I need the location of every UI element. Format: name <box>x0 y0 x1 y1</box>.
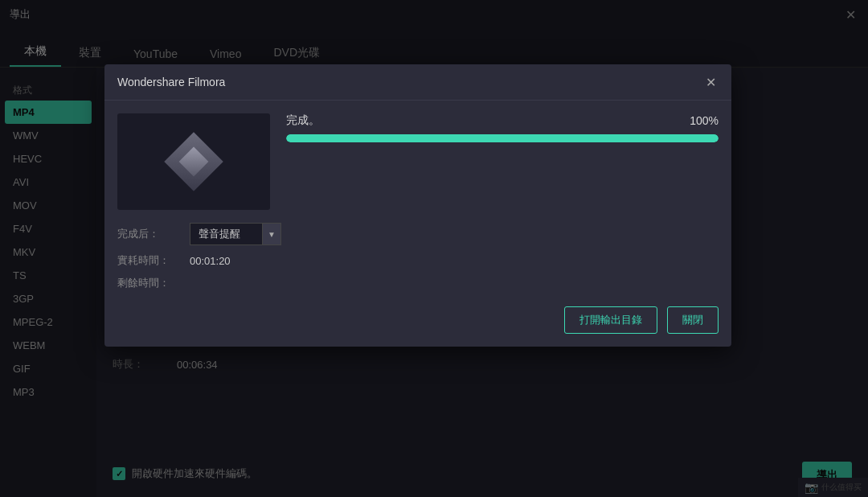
elapsed-value: 00:01:20 <box>190 255 231 267</box>
after-complete-dropdown[interactable]: 聲音提醒 ▼ <box>190 223 281 245</box>
dialog-body: 完成。 100% 完成后： 聲音提醒 ▼ <box>104 101 731 347</box>
close-dialog-button[interactable]: 關閉 <box>667 306 719 334</box>
progress-percent: 100% <box>690 114 719 127</box>
dialog-title-bar: Wondershare Filmora ✕ <box>104 64 731 101</box>
thumbnail-diamond <box>164 132 223 191</box>
open-directory-button[interactable]: 打開輸出目錄 <box>564 306 657 334</box>
dialog-buttons: 打開輸出目錄 關閉 <box>117 306 719 334</box>
thumbnail-diamond-inner <box>179 147 209 177</box>
progress-section: 完成。 100% <box>286 113 719 210</box>
dialog-overlay: Wondershare Filmora ✕ <box>0 0 868 497</box>
progress-status-label: 完成。 <box>286 113 320 128</box>
progress-bar-fill <box>286 134 719 142</box>
elapsed-label: 實耗時間： <box>117 253 190 268</box>
dropdown-arrow-icon[interactable]: ▼ <box>262 223 281 245</box>
elapsed-row: 實耗時間： 00:01:20 <box>117 253 719 268</box>
remaining-label: 剩餘時間： <box>117 276 190 290</box>
dialog-top-row: 完成。 100% <box>117 113 719 210</box>
after-complete-label: 完成后： <box>117 227 190 241</box>
remaining-row: 剩餘時間： <box>117 276 719 290</box>
dropdown-value[interactable]: 聲音提醒 <box>190 223 262 245</box>
dialog-title: Wondershare Filmora <box>117 76 225 88</box>
progress-bar-bg <box>286 134 719 142</box>
progress-top: 完成。 100% <box>286 113 719 128</box>
dialog-close-button[interactable]: ✕ <box>702 74 719 90</box>
video-thumbnail <box>117 113 270 210</box>
main-window: 導出 ✕ 本機 裝置 YouTube Vimeo DVD光碟 格式 MP4 WM… <box>0 0 868 497</box>
progress-dialog: Wondershare Filmora ✕ <box>104 64 731 347</box>
after-complete-row: 完成后： 聲音提醒 ▼ <box>117 223 719 245</box>
